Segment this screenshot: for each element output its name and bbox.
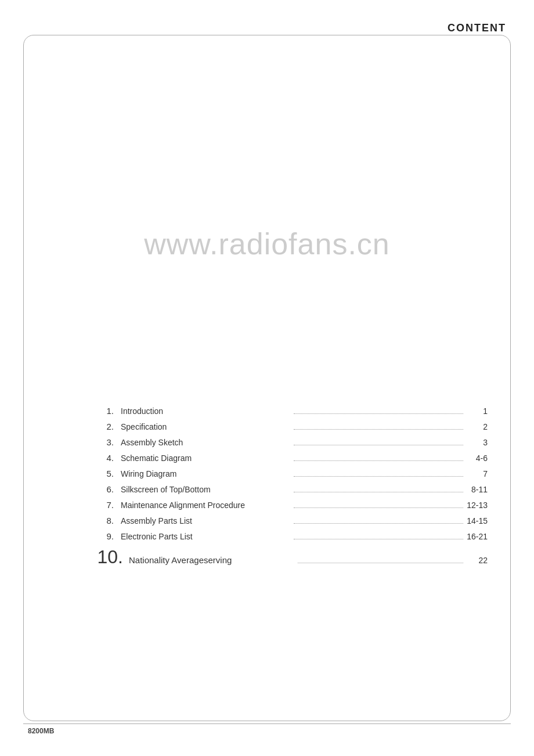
page: CONTENT www.radiofans.cn 1. Introduction…	[0, 0, 534, 756]
toc-dots-9	[294, 539, 463, 539]
toc-label-4: Schematic Diagram	[118, 453, 290, 463]
toc-number-1: 1.	[93, 406, 114, 415]
toc-page-4: 4-6	[467, 453, 488, 463]
border-frame	[23, 35, 511, 721]
toc-item-5: 5. Wiring Diagram 7	[93, 469, 488, 479]
toc-number-9: 9.	[93, 532, 114, 541]
toc-item-9: 9. Electronic Parts List 16-21	[93, 532, 488, 542]
toc-item-6: 6. Silkscreen of Top/Bottom 8-11	[93, 485, 488, 495]
toc-dots-4	[294, 460, 463, 461]
toc-label-6: Silkscreen of Top/Bottom	[118, 485, 290, 494]
toc-number-5: 5.	[93, 469, 114, 478]
toc-number-8: 8.	[93, 516, 114, 525]
toc-dots-3	[294, 445, 463, 445]
toc-dots-8	[294, 523, 463, 524]
toc-number-10: 10.	[93, 548, 123, 566]
toc-page-10: 22	[467, 556, 488, 565]
toc-item-1: 1. Introduction 1	[93, 406, 488, 416]
toc-label-7: Maintenance Alignment Procedure	[118, 501, 290, 510]
toc-item-10: 10. Nationality Averageserving 22	[93, 548, 488, 566]
toc-dots-6	[294, 492, 463, 492]
toc-item-7: 7. Maintenance Alignment Procedure 12-13	[93, 501, 488, 510]
toc-dots-7	[294, 507, 463, 508]
toc-page-8: 14-15	[467, 516, 488, 525]
toc-item-8: 8. Assembly Parts List 14-15	[93, 516, 488, 526]
toc-label-8: Assembly Parts List	[118, 516, 290, 525]
toc-number-3: 3.	[93, 438, 114, 447]
toc-page-2: 2	[467, 422, 488, 431]
toc-label-1: Introduction	[118, 406, 290, 416]
toc-page-7: 12-13	[467, 501, 488, 510]
toc-item-2: 2. Specification 2	[93, 422, 488, 432]
toc-dots-10	[298, 563, 463, 563]
toc-number-4: 4.	[93, 453, 114, 462]
toc-label-5: Wiring Diagram	[118, 469, 290, 478]
toc-label-9: Electronic Parts List	[118, 532, 290, 541]
toc-item-4: 4. Schematic Diagram 4-6	[93, 453, 488, 463]
toc-page-1: 1	[467, 406, 488, 416]
toc-number-6: 6.	[93, 485, 114, 494]
toc-label-3: Assembly Sketch	[118, 438, 290, 447]
toc-page-5: 7	[467, 469, 488, 478]
table-of-contents: 1. Introduction 1 2. Specification 2 3. …	[93, 406, 488, 572]
footer-model-number: 8200MB	[28, 727, 54, 735]
toc-item-3: 3. Assembly Sketch 3	[93, 438, 488, 448]
toc-label-2: Specification	[118, 422, 290, 431]
page-title: CONTENT	[448, 22, 506, 34]
toc-number-7: 7.	[93, 501, 114, 509]
toc-dots-2	[294, 429, 463, 430]
toc-dots-1	[294, 413, 463, 414]
toc-label-10: Nationality Averageserving	[128, 555, 294, 565]
toc-page-3: 3	[467, 438, 488, 447]
toc-dots-5	[294, 476, 463, 477]
bottom-separator	[23, 723, 511, 724]
toc-page-6: 8-11	[467, 485, 488, 494]
toc-number-2: 2.	[93, 422, 114, 431]
toc-page-9: 16-21	[467, 532, 488, 541]
